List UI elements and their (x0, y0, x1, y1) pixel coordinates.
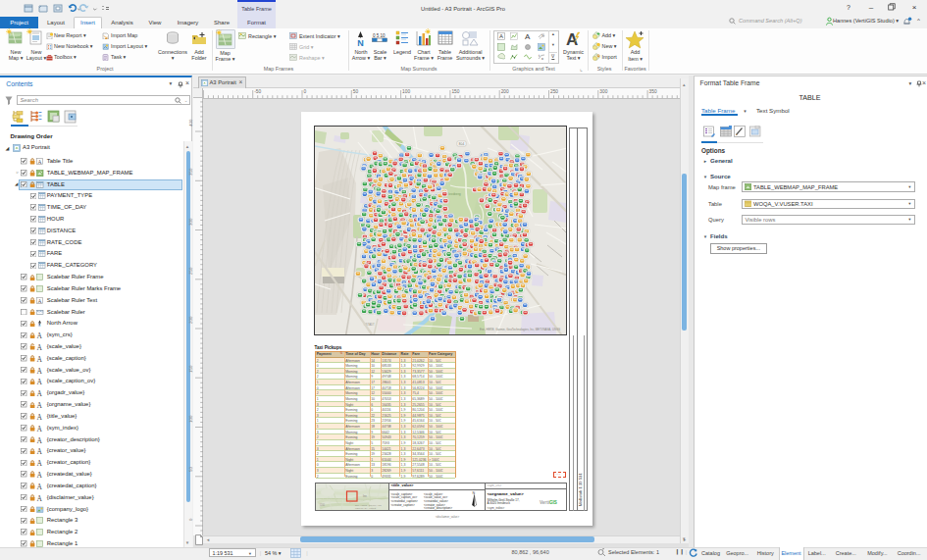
svg-text:A: A (499, 33, 503, 39)
svg-text:804: 804 (459, 142, 465, 146)
svg-text:A: A (38, 158, 42, 164)
svg-text:A: A (37, 389, 43, 397)
svg-text:o: o (541, 57, 543, 61)
svg-text:A: A (37, 343, 43, 351)
svg-text:A: A (566, 30, 578, 47)
svg-text:A: A (37, 413, 43, 421)
svg-text:A: A (37, 436, 43, 444)
svg-text:A: A (37, 355, 43, 363)
svg-text:0 5 10: 0 5 10 (373, 33, 386, 38)
svg-text:A: A (37, 425, 43, 433)
svg-text:A: A (525, 32, 531, 40)
svg-text:A: A (37, 483, 43, 490)
svg-text:A: A (37, 494, 43, 502)
svg-text:t: t (539, 54, 540, 58)
svg-text:A: A (38, 297, 42, 303)
svg-text:∟: ∟ (541, 32, 545, 37)
svg-text:A: A (37, 331, 43, 339)
svg-text:N: N (357, 37, 364, 47)
svg-text:Inn: Inn (363, 494, 367, 498)
svg-text:A: A (37, 447, 43, 455)
svg-text:A: A (37, 471, 43, 479)
svg-text:A: A (37, 367, 43, 375)
svg-text:A: A (37, 459, 43, 467)
svg-text:N: N (38, 324, 40, 328)
svg-text:N: N (472, 491, 475, 495)
svg-text:Esri, HERE, Garmin, GeoTechnol: Esri, HERE, Garmin, GeoTechnologies, Inc… (480, 328, 560, 331)
svg-text:METI/NASA, USGS: METI/NASA, USGS (355, 506, 376, 509)
svg-text:A: A (37, 401, 43, 409)
svg-text:A: A (37, 378, 43, 385)
svg-text:I200: I200 (320, 503, 326, 507)
